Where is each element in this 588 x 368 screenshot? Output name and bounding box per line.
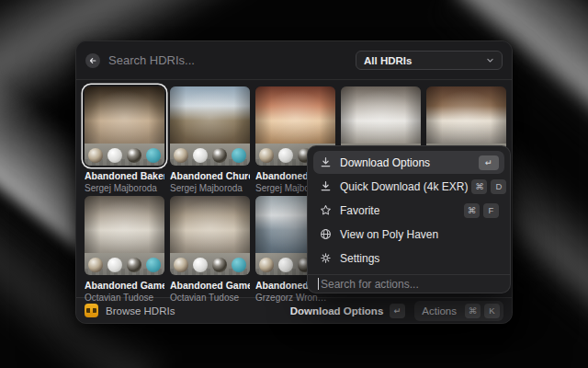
glass-sphere-icon: [174, 148, 188, 163]
shortcut-key-badge: ⌘: [471, 179, 487, 194]
download-icon: [319, 156, 332, 169]
diffuse-sphere-icon: [278, 258, 293, 272]
hdri-thumb-frame: [85, 86, 164, 166]
panorama-preview: [85, 86, 164, 144]
gear-icon: [319, 252, 332, 265]
cmd-key-badge: ⌘: [465, 304, 481, 318]
back-button[interactable]: [85, 53, 100, 68]
hdri-title: Abandoned Games R…: [170, 280, 250, 291]
actions-menu: Download Options↵Quick Download (4k EXR)…: [307, 145, 511, 293]
glass-sphere-icon: [88, 258, 103, 272]
chrome-sphere-icon: [212, 258, 227, 272]
hdri-thumbnail[interactable]: [85, 196, 164, 275]
diffuse-sphere-icon: [193, 258, 208, 272]
panorama-preview: [426, 86, 506, 144]
primary-action-button[interactable]: Download Options ↵: [290, 304, 406, 318]
hdri-tile[interactable]: Abandoned Games R…Octavian Tudose: [170, 196, 250, 303]
menu-item-label: Download Options: [340, 156, 475, 169]
teal-sphere-icon: [232, 258, 246, 272]
panorama-preview: [170, 86, 250, 144]
panorama-preview: [170, 196, 250, 253]
diffuse-sphere-icon: [107, 258, 122, 272]
actions-menu-items: Download Options↵Quick Download (4k EXR)…: [308, 146, 510, 274]
hdri-author: Sergej Majboroda: [170, 183, 250, 193]
actions-search-input[interactable]: Search for actions...: [321, 278, 419, 291]
glass-sphere-icon: [259, 258, 274, 272]
star-icon: [319, 204, 332, 217]
filter-value: All HDRIs: [364, 55, 486, 66]
diffuse-sphere-icon: [107, 148, 122, 163]
hdri-thumbnail[interactable]: [170, 86, 250, 166]
menu-item-quick-download-4k-exr[interactable]: Quick Download (4k EXR)⌘D: [313, 175, 504, 198]
hdri-thumbnail[interactable]: [170, 196, 250, 275]
chrome-sphere-icon: [212, 148, 227, 163]
panorama-preview: [255, 86, 335, 144]
poly-haven-logo-icon: [85, 304, 98, 317]
hdri-thumb-frame: [85, 196, 164, 275]
raycast-window: Search HDRIs... All HDRIs Abandoned Bake…: [75, 40, 513, 324]
panorama-preview: [341, 86, 421, 144]
menu-item-favorite[interactable]: Favorite⌘F: [313, 199, 504, 222]
search-input[interactable]: Search HDRIs...: [108, 53, 356, 67]
hdri-thumb-frame: [170, 86, 250, 166]
menu-item-label: Favorite: [340, 204, 460, 217]
teal-sphere-icon: [146, 258, 161, 272]
teal-sphere-icon: [232, 148, 246, 163]
menu-item-label: View on Poly Haven: [340, 228, 499, 241]
glass-sphere-icon: [174, 258, 188, 272]
app-title: Browse HDRIs: [106, 305, 290, 316]
actions-search-row[interactable]: Search for actions...: [308, 274, 510, 293]
diffuse-sphere-icon: [193, 148, 208, 163]
hdri-title: Abandoned Bakery: [85, 170, 164, 181]
material-spheres-strip: [170, 144, 250, 166]
shortcut-key-badge: F: [483, 203, 499, 218]
hdri-title: Abandoned Church: [170, 170, 250, 181]
text-caret: [318, 278, 319, 290]
glass-sphere-icon: [88, 148, 103, 163]
diffuse-sphere-icon: [278, 148, 293, 163]
hdri-author: Sergej Majboroda: [85, 183, 164, 193]
actions-button[interactable]: Actions ⌘ K: [414, 301, 503, 321]
hdri-title: Abandoned Games R…: [85, 280, 164, 291]
material-spheres-strip: [85, 253, 164, 275]
material-spheres-strip: [170, 253, 250, 275]
menu-item-label: Quick Download (4k EXR): [340, 180, 468, 193]
shortcut-key-badge: D: [491, 179, 506, 194]
hdri-thumbnail[interactable]: [85, 86, 164, 166]
hdri-tile[interactable]: Abandoned Games R…Octavian Tudose: [85, 196, 164, 303]
chevron-down-icon: [486, 56, 494, 64]
chrome-sphere-icon: [127, 258, 141, 272]
arrow-left-icon: [88, 56, 97, 65]
enter-key-badge: ↵: [390, 304, 405, 318]
hdri-tile[interactable]: Abandoned ChurchSergej Majboroda: [170, 86, 250, 193]
panorama-preview: [85, 196, 164, 253]
material-spheres-strip: [85, 144, 164, 166]
shortcut-key-badge: ↵: [479, 155, 499, 170]
menu-item-view-on-poly-haven[interactable]: View on Poly Haven: [313, 223, 504, 246]
globe-icon: [319, 228, 332, 241]
search-header: Search HDRIs... All HDRIs: [76, 41, 512, 80]
k-key-badge: K: [484, 304, 500, 318]
hdri-thumb-frame: [170, 196, 250, 275]
shortcut-key-badge: ⌘: [464, 203, 480, 218]
download-icon: [319, 180, 332, 193]
primary-action-label: Download Options: [290, 305, 384, 316]
menu-item-label: Settings: [340, 252, 499, 265]
footer-bar: Browse HDRIs Download Options ↵ Actions …: [76, 297, 512, 323]
menu-item-download-options[interactable]: Download Options↵: [313, 151, 504, 174]
hdri-tile[interactable]: Abandoned BakerySergej Majboroda: [85, 86, 164, 193]
desktop-background: Search HDRIs... All HDRIs Abandoned Bake…: [0, 0, 588, 368]
chrome-sphere-icon: [127, 148, 141, 163]
menu-item-settings[interactable]: Settings: [313, 247, 504, 270]
teal-sphere-icon: [146, 148, 161, 163]
actions-label: Actions: [422, 305, 457, 316]
glass-sphere-icon: [259, 148, 274, 163]
hdri-filter-dropdown[interactable]: All HDRIs: [356, 51, 503, 70]
